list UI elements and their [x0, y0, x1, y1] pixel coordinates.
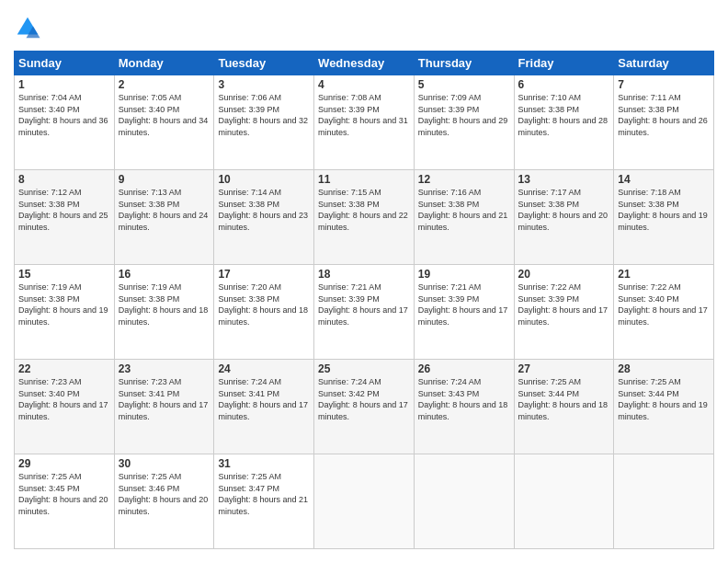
- day-info: Sunrise: 7:23 AM Sunset: 3:40 PM Dayligh…: [18, 376, 110, 422]
- day-number: 1: [18, 78, 110, 91]
- day-cell: 13Sunrise: 7:17 AM Sunset: 3:38 PM Dayli…: [514, 170, 614, 265]
- day-cell: 30Sunrise: 7:25 AM Sunset: 3:46 PM Dayli…: [114, 454, 214, 549]
- day-cell: [514, 454, 614, 549]
- day-cell: 20Sunrise: 7:22 AM Sunset: 3:39 PM Dayli…: [514, 265, 614, 360]
- day-info: Sunrise: 7:08 AM Sunset: 3:39 PM Dayligh…: [318, 92, 410, 138]
- day-cell: 26Sunrise: 7:24 AM Sunset: 3:43 PM Dayli…: [414, 360, 514, 454]
- day-info: Sunrise: 7:18 AM Sunset: 3:38 PM Dayligh…: [618, 187, 710, 233]
- day-cell: 27Sunrise: 7:25 AM Sunset: 3:44 PM Dayli…: [514, 360, 614, 454]
- day-number: 8: [18, 173, 110, 186]
- day-cell: 25Sunrise: 7:24 AM Sunset: 3:42 PM Dayli…: [314, 360, 415, 454]
- week-row-3: 15Sunrise: 7:19 AM Sunset: 3:38 PM Dayli…: [15, 265, 714, 360]
- day-number: 14: [618, 173, 710, 186]
- day-info: Sunrise: 7:25 AM Sunset: 3:46 PM Dayligh…: [119, 471, 210, 517]
- day-cell: 6Sunrise: 7:10 AM Sunset: 3:38 PM Daylig…: [514, 75, 614, 170]
- day-cell: [314, 454, 415, 549]
- day-info: Sunrise: 7:10 AM Sunset: 3:38 PM Dayligh…: [518, 92, 610, 138]
- day-cell: 1Sunrise: 7:04 AM Sunset: 3:40 PM Daylig…: [15, 75, 115, 170]
- day-cell: 8Sunrise: 7:12 AM Sunset: 3:38 PM Daylig…: [15, 170, 115, 265]
- day-number: 6: [518, 78, 610, 91]
- day-info: Sunrise: 7:16 AM Sunset: 3:38 PM Dayligh…: [418, 187, 510, 233]
- day-cell: 28Sunrise: 7:25 AM Sunset: 3:44 PM Dayli…: [614, 360, 714, 454]
- day-number: 19: [418, 268, 510, 281]
- day-info: Sunrise: 7:24 AM Sunset: 3:43 PM Dayligh…: [418, 376, 510, 422]
- day-info: Sunrise: 7:25 AM Sunset: 3:44 PM Dayligh…: [518, 376, 610, 422]
- day-number: 5: [418, 78, 510, 91]
- day-info: Sunrise: 7:06 AM Sunset: 3:39 PM Dayligh…: [218, 92, 310, 138]
- day-cell: 29Sunrise: 7:25 AM Sunset: 3:45 PM Dayli…: [15, 454, 115, 549]
- day-cell: 21Sunrise: 7:22 AM Sunset: 3:40 PM Dayli…: [614, 265, 714, 360]
- day-info: Sunrise: 7:19 AM Sunset: 3:38 PM Dayligh…: [18, 282, 110, 327]
- day-info: Sunrise: 7:04 AM Sunset: 3:40 PM Dayligh…: [18, 92, 110, 138]
- day-info: Sunrise: 7:20 AM Sunset: 3:38 PM Dayligh…: [218, 282, 310, 327]
- day-number: 11: [318, 173, 410, 186]
- day-number: 16: [119, 268, 210, 281]
- day-info: Sunrise: 7:17 AM Sunset: 3:38 PM Dayligh…: [518, 187, 610, 233]
- calendar-head: SundayMondayTuesdayWednesdayThursdayFrid…: [15, 52, 714, 75]
- calendar-body: 1Sunrise: 7:04 AM Sunset: 3:40 PM Daylig…: [15, 75, 714, 549]
- day-cell: 5Sunrise: 7:09 AM Sunset: 3:39 PM Daylig…: [414, 75, 514, 170]
- week-row-4: 22Sunrise: 7:23 AM Sunset: 3:40 PM Dayli…: [15, 360, 714, 454]
- day-cell: 18Sunrise: 7:21 AM Sunset: 3:39 PM Dayli…: [314, 265, 415, 360]
- day-info: Sunrise: 7:05 AM Sunset: 3:40 PM Dayligh…: [119, 92, 210, 138]
- day-cell: 3Sunrise: 7:06 AM Sunset: 3:39 PM Daylig…: [214, 75, 314, 170]
- day-number: 20: [518, 268, 610, 281]
- day-number: 18: [318, 268, 410, 281]
- day-number: 13: [518, 173, 610, 186]
- day-cell: 19Sunrise: 7:21 AM Sunset: 3:39 PM Dayli…: [414, 265, 514, 360]
- header-friday: Friday: [514, 52, 614, 75]
- day-number: 4: [318, 78, 410, 91]
- day-info: Sunrise: 7:22 AM Sunset: 3:40 PM Dayligh…: [618, 282, 710, 327]
- day-cell: 10Sunrise: 7:14 AM Sunset: 3:38 PM Dayli…: [214, 170, 314, 265]
- day-cell: 14Sunrise: 7:18 AM Sunset: 3:38 PM Dayli…: [614, 170, 714, 265]
- day-info: Sunrise: 7:25 AM Sunset: 3:44 PM Dayligh…: [618, 376, 710, 422]
- day-cell: 9Sunrise: 7:13 AM Sunset: 3:38 PM Daylig…: [114, 170, 214, 265]
- day-cell: 12Sunrise: 7:16 AM Sunset: 3:38 PM Dayli…: [414, 170, 514, 265]
- day-cell: 15Sunrise: 7:19 AM Sunset: 3:38 PM Dayli…: [15, 265, 115, 360]
- day-number: 15: [18, 268, 110, 281]
- day-number: 7: [618, 78, 710, 91]
- day-number: 26: [418, 362, 510, 375]
- day-cell: 23Sunrise: 7:23 AM Sunset: 3:41 PM Dayli…: [114, 360, 214, 454]
- day-info: Sunrise: 7:12 AM Sunset: 3:38 PM Dayligh…: [18, 187, 110, 233]
- day-number: 29: [18, 457, 110, 470]
- header-tuesday: Tuesday: [214, 52, 314, 75]
- day-info: Sunrise: 7:25 AM Sunset: 3:47 PM Dayligh…: [218, 471, 310, 517]
- day-number: 12: [418, 173, 510, 186]
- logo-icon: [14, 14, 41, 41]
- day-info: Sunrise: 7:09 AM Sunset: 3:39 PM Dayligh…: [418, 92, 510, 138]
- day-info: Sunrise: 7:24 AM Sunset: 3:42 PM Dayligh…: [318, 376, 410, 422]
- day-number: 22: [18, 362, 110, 375]
- day-info: Sunrise: 7:24 AM Sunset: 3:41 PM Dayligh…: [218, 376, 310, 422]
- logo: [14, 14, 45, 41]
- day-number: 28: [618, 362, 710, 375]
- day-info: Sunrise: 7:14 AM Sunset: 3:38 PM Dayligh…: [218, 187, 310, 233]
- day-number: 10: [218, 173, 310, 186]
- day-number: 21: [618, 268, 710, 281]
- header: [14, 14, 714, 41]
- header-thursday: Thursday: [414, 52, 514, 75]
- week-row-1: 1Sunrise: 7:04 AM Sunset: 3:40 PM Daylig…: [15, 75, 714, 170]
- day-info: Sunrise: 7:23 AM Sunset: 3:41 PM Dayligh…: [119, 376, 210, 422]
- day-info: Sunrise: 7:15 AM Sunset: 3:38 PM Dayligh…: [318, 187, 410, 233]
- header-saturday: Saturday: [614, 52, 714, 75]
- day-cell: 16Sunrise: 7:19 AM Sunset: 3:38 PM Dayli…: [114, 265, 214, 360]
- day-info: Sunrise: 7:21 AM Sunset: 3:39 PM Dayligh…: [418, 282, 510, 327]
- day-number: 27: [518, 362, 610, 375]
- week-row-2: 8Sunrise: 7:12 AM Sunset: 3:38 PM Daylig…: [15, 170, 714, 265]
- day-number: 31: [218, 457, 310, 470]
- day-cell: 11Sunrise: 7:15 AM Sunset: 3:38 PM Dayli…: [314, 170, 415, 265]
- day-cell: 4Sunrise: 7:08 AM Sunset: 3:39 PM Daylig…: [314, 75, 415, 170]
- day-cell: 22Sunrise: 7:23 AM Sunset: 3:40 PM Dayli…: [15, 360, 115, 454]
- day-cell: 24Sunrise: 7:24 AM Sunset: 3:41 PM Dayli…: [214, 360, 314, 454]
- day-number: 9: [119, 173, 210, 186]
- day-cell: [414, 454, 514, 549]
- day-number: 30: [119, 457, 210, 470]
- day-cell: 2Sunrise: 7:05 AM Sunset: 3:40 PM Daylig…: [114, 75, 214, 170]
- day-info: Sunrise: 7:11 AM Sunset: 3:38 PM Dayligh…: [618, 92, 710, 138]
- day-cell: 7Sunrise: 7:11 AM Sunset: 3:38 PM Daylig…: [614, 75, 714, 170]
- header-monday: Monday: [114, 52, 214, 75]
- day-info: Sunrise: 7:22 AM Sunset: 3:39 PM Dayligh…: [518, 282, 610, 327]
- day-info: Sunrise: 7:25 AM Sunset: 3:45 PM Dayligh…: [18, 471, 110, 517]
- week-row-5: 29Sunrise: 7:25 AM Sunset: 3:45 PM Dayli…: [15, 454, 714, 549]
